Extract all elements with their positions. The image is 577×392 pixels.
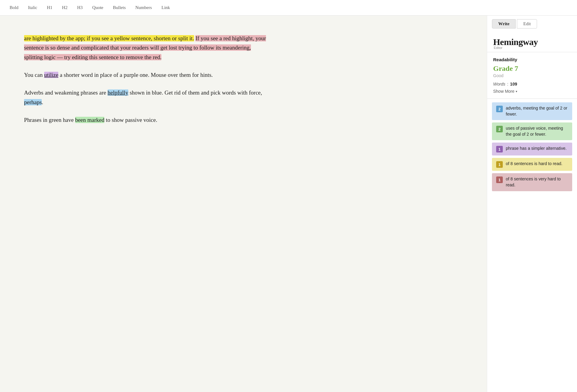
para4-after: to show passive voice. (104, 117, 157, 123)
stat-text-hard: of 8 sentences is hard to read. (506, 161, 562, 167)
h3-button[interactable]: H3 (77, 4, 83, 11)
logo-title: Hemingway (493, 37, 571, 47)
para4-green-highlight: been marked (75, 117, 105, 123)
para3-before: Adverbs and weakening phrases are (24, 89, 108, 96)
words-count: 109 (510, 82, 517, 86)
stat-text-passive: uses of passive voice, meeting the goal … (506, 125, 568, 137)
para1-yellow-highlight: are highlighted by the app; if you see a… (24, 35, 194, 41)
grade-label: Grade 7 (493, 65, 571, 73)
stat-badge-adverbs: 2 (496, 106, 503, 112)
sidebar-tabs: Write Edit (487, 16, 577, 32)
h1-button[interactable]: H1 (47, 4, 52, 11)
tab-write[interactable]: Write (492, 19, 516, 29)
link-button[interactable]: Link (161, 4, 170, 11)
show-more-label: Show More (493, 89, 514, 94)
stat-card-very-hard: 1 of 8 sentences is very hard to read. (492, 173, 572, 191)
stat-text-simpler: phrase has a simpler alternative. (506, 146, 566, 152)
stat-text-adverbs: adverbs, meeting the goal of 2 or fewer. (506, 105, 568, 117)
editor-area[interactable]: are highlighted by the app; if you see a… (0, 16, 487, 392)
words-colon: : (507, 82, 508, 86)
paragraph-4: Phrases in green have been marked to sho… (24, 115, 270, 125)
stat-badge-hard: 1 (496, 161, 503, 168)
bold-button[interactable]: Bold (10, 4, 18, 11)
para2-after: a shorter word in place of a purple one.… (58, 72, 213, 78)
italic-button[interactable]: Italic (28, 4, 37, 11)
paragraph-3: Adverbs and weakening phrases are helpfu… (24, 88, 270, 107)
bullets-button[interactable]: Bullets (113, 4, 126, 11)
stat-card-passive: 2 uses of passive voice, meeting the goa… (492, 122, 572, 140)
show-more-button[interactable]: Show More ▾ (493, 89, 517, 94)
para4-before: Phrases in green have (24, 117, 75, 123)
editor-content: are highlighted by the app; if you see a… (24, 34, 270, 125)
sidebar: Write Edit Hemingway Editor Readability … (487, 16, 577, 392)
main-layout: are highlighted by the app; if you see a… (0, 16, 577, 392)
chevron-down-icon: ▾ (516, 90, 517, 93)
para2-before: You can (24, 72, 44, 78)
grade-quality: Good (493, 73, 571, 78)
paragraph-2: You can utilize a shorter word in place … (24, 70, 270, 80)
words-label: Words (493, 82, 505, 86)
stats-section: 2 adverbs, meeting the goal of 2 or fewe… (487, 99, 577, 195)
para3-mid: shown in blue. Get rid of them and pick … (128, 89, 262, 96)
stat-text-very-hard: of 8 sentences is very hard to read. (506, 176, 568, 188)
readability-title: Readability (493, 57, 571, 62)
quote-button[interactable]: Quote (92, 4, 103, 11)
h2-button[interactable]: H2 (62, 4, 67, 11)
stat-card-adverbs: 2 adverbs, meeting the goal of 2 or fewe… (492, 102, 572, 120)
paragraph-1: are highlighted by the app; if you see a… (24, 34, 270, 62)
para3-blue2-highlight: perhaps (24, 99, 42, 105)
stat-card-simpler: 1 phrase has a simpler alternative. (492, 143, 572, 155)
para3-end: . (42, 99, 43, 105)
stat-badge-passive: 2 (496, 126, 503, 132)
para3-blue-highlight: helpfully (108, 89, 128, 96)
tab-edit[interactable]: Edit (517, 19, 537, 29)
stat-card-hard: 1 of 8 sentences is hard to read. (492, 158, 572, 171)
hemingway-logo: Hemingway Editor (487, 32, 577, 52)
numbers-button[interactable]: Numbers (135, 4, 152, 11)
stat-badge-simpler: 1 (496, 146, 503, 152)
toolbar: Bold Italic H1 H2 H3 Quote Bullets Numbe… (0, 0, 577, 16)
readability-section: Readability Grade 7 Good Words: 109 Show… (487, 52, 577, 99)
words-row: Words: 109 (493, 82, 571, 86)
stat-badge-very-hard: 1 (496, 176, 503, 183)
para2-purple-highlight: utilize (44, 72, 58, 78)
